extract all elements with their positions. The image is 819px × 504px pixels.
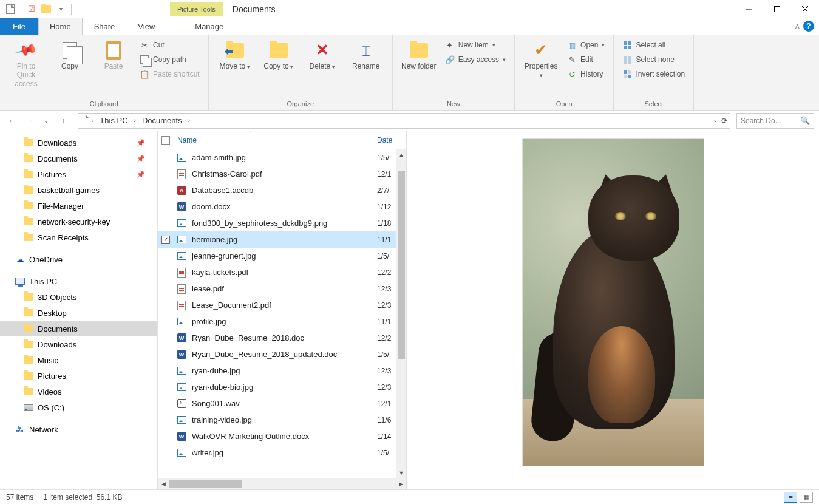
file-row[interactable]: ✓Song001.wav12/1 <box>158 395 406 412</box>
refresh-icon[interactable]: ⟳ <box>721 117 727 125</box>
address-dropdown-icon[interactable]: ⌄ <box>713 117 718 125</box>
file-row[interactable]: ✓WWalkOVR Marketing Outline.docx1/14 <box>158 428 406 444</box>
file-row[interactable]: ✓Wdoom.docx1/12 <box>158 199 406 215</box>
breadcrumb-documents[interactable]: Documents <box>138 115 186 126</box>
nav-quick-item[interactable]: File-Manager <box>0 198 157 214</box>
file-list-body[interactable]: ✓adam-smith.jpg1/5/✓Christmas-Carol.pdf1… <box>158 149 406 478</box>
file-row[interactable]: ✓WRyan_Dube_Resume_2018_updated.doc1/5/ <box>158 346 406 363</box>
file-row[interactable]: ✓kayla-tickets.pdf12/2 <box>158 264 406 281</box>
nav-quick-item[interactable]: Downloads📌 <box>0 135 157 151</box>
close-button[interactable] <box>791 0 819 18</box>
file-row[interactable]: ✓ADatabase1.accdb2/7/ <box>158 182 406 199</box>
paste-shortcut-button[interactable]: 📋Paste shortcut <box>137 68 202 80</box>
nav-quick-item[interactable]: Documents📌 <box>0 151 157 166</box>
nav-quick-item[interactable]: Pictures📌 <box>0 166 157 182</box>
chevron-icon[interactable]: › <box>188 117 190 124</box>
delete-button[interactable]: ✕ Delete <box>302 39 342 72</box>
nav-quick-item[interactable]: network-security-key <box>0 214 157 230</box>
file-row[interactable]: ✓lease.pdf12/3 <box>158 281 406 297</box>
file-row[interactable]: ✓Lease_Document2.pdf12/3 <box>158 297 406 313</box>
tab-view[interactable]: View <box>126 18 166 35</box>
thumbnails-view-button[interactable]: ▦ <box>800 492 813 503</box>
address-bar[interactable]: › This PC › Documents › ⌄ ⟳ <box>78 113 730 129</box>
vertical-scrollbar[interactable]: ▲ ▼ <box>396 149 406 478</box>
qat-dropdown-icon[interactable]: ▾ <box>54 2 67 16</box>
scrollbar-thumb[interactable] <box>398 171 405 359</box>
nav-pc-item[interactable]: Documents <box>0 321 157 336</box>
qat-checkbox-icon[interactable]: ☑ <box>25 2 38 16</box>
column-name[interactable]: Name˄ <box>177 136 377 145</box>
minimize-ribbon-icon[interactable]: ᐱ <box>795 23 800 30</box>
qat-properties-icon[interactable] <box>4 2 17 16</box>
scroll-up-icon[interactable]: ▲ <box>396 149 406 160</box>
scroll-down-icon[interactable]: ▼ <box>396 468 406 478</box>
up-button[interactable]: ↑ <box>56 114 70 128</box>
details-view-button[interactable]: ≣ <box>784 492 797 503</box>
nav-quick-item[interactable]: Scan Receipts <box>0 230 157 245</box>
recent-locations-button[interactable]: ⌄ <box>39 114 53 128</box>
file-row[interactable]: ✓training-video.jpg11/6 <box>158 412 406 428</box>
nav-pc-item[interactable]: Desktop <box>0 305 157 321</box>
file-row[interactable]: ✓hermione.jpg11/1 <box>158 231 406 248</box>
invert-selection-button[interactable]: Invert selection <box>620 68 687 80</box>
file-row[interactable]: ✓adam-smith.jpg1/5/ <box>158 149 406 166</box>
copy-to-button[interactable]: Copy to <box>259 39 299 72</box>
file-row[interactable]: ✓jeanne-grunert.jpg1/5/ <box>158 248 406 264</box>
maximize-button[interactable] <box>763 0 791 18</box>
easy-access-button[interactable]: 🔗Easy access <box>443 53 508 66</box>
nav-pc-item[interactable]: OS (C:) <box>0 400 157 415</box>
tab-share[interactable]: Share <box>83 18 127 35</box>
help-icon[interactable]: ? <box>803 21 814 32</box>
minimize-button[interactable] <box>735 0 763 18</box>
pin-to-quick-access-button[interactable]: 📌 Pin to Quick access <box>6 39 46 89</box>
open-button[interactable]: ▥Open <box>565 39 607 51</box>
file-row[interactable]: ✓Christmas-Carol.pdf12/1 <box>158 166 406 182</box>
file-row[interactable]: ✓ryan-dube-bio.jpg12/3 <box>158 379 406 395</box>
tab-file[interactable]: File <box>0 18 38 35</box>
file-row[interactable]: ✓WRyan_Dube_Resume_2018.doc12/2 <box>158 330 406 346</box>
breadcrumb-this-pc[interactable]: This PC <box>96 115 131 126</box>
nav-pc-item[interactable]: 3D Objects <box>0 289 157 305</box>
select-none-button[interactable]: Select none <box>620 53 687 66</box>
new-folder-button[interactable]: New folder <box>399 39 439 72</box>
scroll-left-icon[interactable]: ◀ <box>158 481 169 487</box>
nav-pc-item[interactable]: Videos <box>0 384 157 400</box>
new-item-button[interactable]: ✦New item <box>443 39 508 51</box>
nav-pc-item[interactable]: Music <box>0 352 157 368</box>
select-all-button[interactable]: Select all <box>620 39 687 51</box>
nav-network[interactable]: 🖧Network <box>0 421 157 437</box>
navigation-pane[interactable]: Downloads📌Documents📌Pictures📌basketball-… <box>0 131 158 489</box>
column-date[interactable]: Date <box>377 136 406 145</box>
file-row[interactable]: ✓profile.jpg11/1 <box>158 313 406 330</box>
forward-button[interactable]: → <box>22 114 36 128</box>
qat-folder-icon[interactable] <box>39 2 53 16</box>
file-row[interactable]: ✓writer.jpg1/5/ <box>158 444 406 461</box>
tab-home[interactable]: Home <box>38 18 83 35</box>
paste-button[interactable]: Paste <box>93 39 134 72</box>
file-row[interactable]: ✓fond300_by_sephirotess_dckdbg9.png1/18 <box>158 215 406 231</box>
select-all-checkbox[interactable] <box>161 136 170 145</box>
scrollbar-thumb[interactable] <box>169 480 242 488</box>
search-box[interactable]: Search Do... 🔍 <box>736 113 814 129</box>
row-checkbox[interactable]: ✓ <box>161 236 170 244</box>
nav-onedrive[interactable]: ☁OneDrive <box>0 251 157 267</box>
scroll-right-icon[interactable]: ▶ <box>395 481 406 487</box>
properties-button[interactable]: ✔ Properties <box>521 39 561 81</box>
nav-quick-item[interactable]: basketball-games <box>0 182 157 198</box>
back-button[interactable]: ← <box>5 114 19 128</box>
horizontal-scrollbar[interactable]: ◀ ▶ <box>158 478 406 489</box>
chevron-icon[interactable]: › <box>134 117 136 124</box>
chevron-icon[interactable]: › <box>92 117 93 124</box>
copy-path-button[interactable]: Copy path <box>137 53 202 66</box>
copy-button[interactable]: Copy <box>50 39 90 72</box>
tab-manage[interactable]: Manage <box>183 18 235 35</box>
rename-button[interactable]: ⌶ Rename <box>346 39 386 72</box>
edit-button[interactable]: ✎Edit <box>565 53 607 66</box>
move-to-button[interactable]: Move to <box>215 39 255 72</box>
history-button[interactable]: ↺History <box>565 68 607 80</box>
nav-this-pc[interactable]: This PC <box>0 273 157 289</box>
cut-button[interactable]: ✂Cut <box>137 39 202 51</box>
nav-pc-item[interactable]: Downloads <box>0 336 157 352</box>
file-row[interactable]: ✓ryan-dube.jpg12/3 <box>158 363 406 379</box>
nav-pc-item[interactable]: Pictures <box>0 368 157 384</box>
